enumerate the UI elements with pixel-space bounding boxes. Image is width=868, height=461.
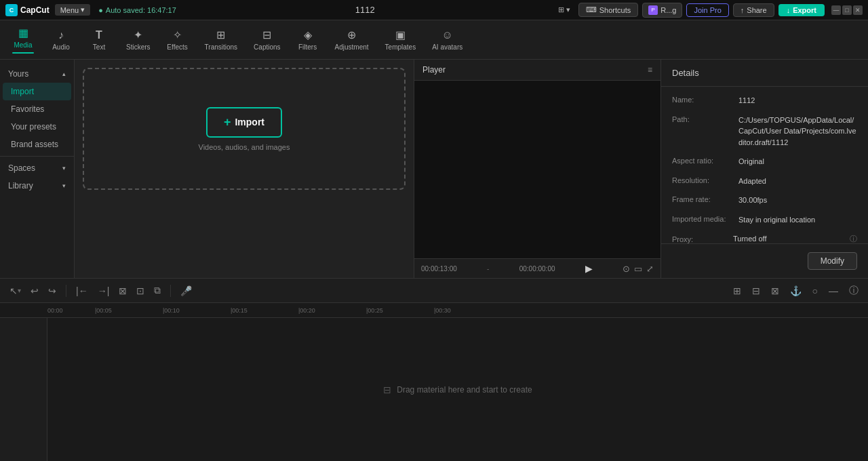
loop-tool[interactable]: ○ xyxy=(808,283,822,299)
duplicate-tool[interactable]: ⧉ xyxy=(150,282,165,299)
undo-tool[interactable]: ↩ xyxy=(26,283,43,299)
maximize-button[interactable]: □ xyxy=(842,5,852,15)
logo-icon: C xyxy=(5,4,18,16)
timeline-ruler: 00:00 |00:05 |00:10 |00:15 |00:20 |00:25… xyxy=(0,303,868,318)
anchor-icon: ⚓ xyxy=(790,285,802,296)
import-area[interactable]: + Import Videos, audios, and images xyxy=(83,68,406,190)
tool-ai-avatars[interactable]: ☺ AI avatars xyxy=(425,25,469,55)
auto-saved-status: ● Auto saved: 16:47:17 xyxy=(98,6,176,14)
main-area: Yours ▴ Import Favorites Your presets Br… xyxy=(0,60,868,278)
import-button[interactable]: + Import xyxy=(206,107,282,138)
adjustment-icon: ⊕ xyxy=(347,28,356,41)
tool-templates[interactable]: ▣ Templates xyxy=(378,24,423,55)
screenshot-icon[interactable]: ⊙ xyxy=(623,264,630,274)
transitions-icon: ⊞ xyxy=(216,28,225,41)
redo-tool[interactable]: ↪ xyxy=(44,283,60,299)
microphone-icon: 🎤 xyxy=(180,285,192,296)
mic-tool[interactable]: 🎤 xyxy=(176,283,196,299)
tool-stickers[interactable]: ✦ Stickers xyxy=(119,24,157,55)
player-viewport xyxy=(414,81,660,258)
anchor-tool[interactable]: ⚓ xyxy=(786,283,806,299)
tool-effects[interactable]: ✧ Effects xyxy=(160,24,195,55)
sidebar-item-your-presets[interactable]: Your presets xyxy=(3,118,71,136)
proxy-info-icon[interactable]: ⓘ xyxy=(850,234,857,243)
share-button[interactable]: ↑ Share xyxy=(733,3,774,17)
split-end-icon: →| xyxy=(98,285,110,296)
player-right-controls: ⊙ ▭ ⤢ xyxy=(623,264,654,274)
cursor-icon: ↖ xyxy=(9,285,18,296)
modify-button[interactable]: Modify xyxy=(808,252,857,270)
delete-tool[interactable]: ⊡ xyxy=(132,283,149,299)
player-menu-icon[interactable]: ≡ xyxy=(648,65,652,75)
magnet-tool[interactable]: ⊟ xyxy=(748,283,764,299)
sidebar-yours-header[interactable]: Yours ▴ xyxy=(0,65,74,83)
close-button[interactable]: ✕ xyxy=(853,5,863,15)
join-pro-button[interactable]: Join Pro xyxy=(686,3,728,17)
sidebar-item-brand-assets[interactable]: Brand assets xyxy=(3,136,71,153)
pro-badge: P R...g xyxy=(642,3,682,18)
shortcuts-button[interactable]: ⌨ Shortcuts xyxy=(578,3,638,17)
display-options-button[interactable]: ⊞ ▾ xyxy=(554,3,574,16)
tool-text[interactable]: T Text xyxy=(81,25,117,55)
media-icon: ▦ xyxy=(18,26,28,39)
detail-row-name: Name: 1112 xyxy=(672,95,857,106)
topbar: C CapCut Menu ▾ ● Auto saved: 16:47:17 1… xyxy=(0,0,868,20)
sidebar-item-favorites[interactable]: Favorites xyxy=(3,100,71,118)
player-controls: 00:00:13:00 - 00:00:00:00 ▶ ⊙ ▭ ⤢ xyxy=(414,258,660,278)
select-tool[interactable]: ↖ ▾ xyxy=(5,283,25,299)
ruler-label-6: |00:30 xyxy=(434,307,451,314)
templates-icon: ▣ xyxy=(395,28,406,41)
sidebar-spaces-header[interactable]: Spaces ▾ xyxy=(0,159,74,177)
loop-icon: ○ xyxy=(812,285,818,296)
sidebar-library-header[interactable]: Library ▾ xyxy=(0,177,74,195)
sidebar: Yours ▴ Import Favorites Your presets Br… xyxy=(0,60,75,278)
share-icon: ↑ xyxy=(741,6,745,14)
link-tool[interactable]: ⊞ xyxy=(729,283,745,299)
details-body: Name: 1112 Path: C:/Users/TOPGUS/AppData… xyxy=(661,87,868,243)
magnet-icon: ⊟ xyxy=(752,285,760,296)
topbar-right: ⊞ ▾ ⌨ Shortcuts P R...g Join Pro ↑ Share… xyxy=(554,3,868,18)
timeline-tool-group-left: ↖ ▾ ↩ ↪ xyxy=(5,283,60,299)
zoom-out-tool[interactable]: — xyxy=(825,283,842,299)
timeline-empty-state: ⊟ Drag material here and start to create xyxy=(47,318,868,461)
delete-icon: ⊡ xyxy=(136,285,144,296)
detail-row-proxy: Proxy: Turned off ⓘ xyxy=(672,233,857,243)
app-logo: C CapCut xyxy=(0,4,55,16)
sidebar-item-import[interactable]: Import xyxy=(3,83,71,100)
tool-adjustment[interactable]: ⊕ Adjustment xyxy=(328,24,376,55)
tool-audio[interactable]: ♪ Audio xyxy=(43,25,79,55)
info-tool[interactable]: ⓘ xyxy=(845,282,863,300)
keyboard-icon: ⌨ xyxy=(586,5,597,14)
ruler-label-0: 00:00 xyxy=(47,307,63,314)
undo-icon: ↩ xyxy=(31,285,39,296)
aspect-ratio-icon[interactable]: ▭ xyxy=(634,264,642,274)
fullscreen-icon[interactable]: ⤢ xyxy=(646,264,654,274)
tool-transitions[interactable]: ⊞ Transitions xyxy=(198,24,245,55)
grid-icon: ⊠ xyxy=(771,285,779,296)
grid-tool[interactable]: ⊠ xyxy=(767,283,783,299)
detail-row-resolution: Resolution: Adapted xyxy=(672,176,857,187)
player-panel: Player ≡ 00:00:13:00 - 00:00:00:00 ▶ ⊙ ▭… xyxy=(414,60,661,278)
tool-filters[interactable]: ◈ Filters xyxy=(290,24,326,55)
timeline-tracks: ⊟ Drag material here and start to create xyxy=(47,318,868,461)
player-time-end: 00:00:00:00 xyxy=(519,265,555,273)
play-button[interactable]: ▶ xyxy=(585,263,593,274)
export-button[interactable]: ↓ Export xyxy=(778,4,825,16)
timeline-toolbar: ↖ ▾ ↩ ↪ |← →| ⊠ ⊡ ⧉ xyxy=(0,279,868,303)
detail-row-aspect: Aspect ratio: Original xyxy=(672,156,857,167)
redo-icon: ↪ xyxy=(48,285,56,296)
tool-captions[interactable]: ⊟ Captions xyxy=(247,24,287,55)
chevron-down-icon: ▾ xyxy=(62,165,66,172)
audio-icon: ♪ xyxy=(58,29,64,41)
window-controls: — □ ✕ xyxy=(831,5,863,15)
ruler-label-1: |00:05 xyxy=(95,307,112,314)
split-start-tool[interactable]: |← xyxy=(72,283,92,299)
tool-media[interactable]: ▦ Media xyxy=(5,22,41,58)
player-time-separator: - xyxy=(487,265,489,273)
split-end-tool[interactable]: →| xyxy=(94,283,114,299)
minimize-button[interactable]: — xyxy=(831,5,841,15)
detail-row-path: Path: C:/Users/TOPGUS/AppData/Local/CapC… xyxy=(672,115,857,148)
split-tool[interactable]: ⊠ xyxy=(115,283,131,299)
menu-button[interactable]: Menu ▾ xyxy=(55,4,91,16)
timeline-separator-2 xyxy=(170,285,171,297)
